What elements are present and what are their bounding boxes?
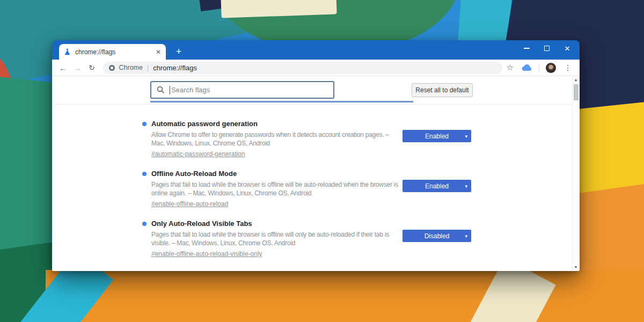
flag-bullet-icon [142, 122, 147, 126]
chevron-down-icon: ▾ [465, 134, 467, 139]
scrollbar[interactable]: ▲ ▼ [572, 76, 579, 270]
bookmark-star-icon[interactable]: ☆ [502, 63, 518, 72]
flag-description: Pages that fail to load while the browse… [151, 230, 401, 247]
flags-list: Automatic password generation Allow Chro… [52, 105, 580, 271]
maximize-icon [544, 46, 550, 51]
flag-title: Automatic password generation [151, 120, 401, 128]
flask-icon [64, 48, 71, 55]
back-button[interactable]: ← [56, 63, 70, 72]
url-separator: | [147, 64, 149, 71]
flag-dropdown-value: Enabled [425, 182, 449, 190]
search-input[interactable]: Search flags [150, 81, 334, 99]
flag-description: Allow Chrome to offer to generate passwo… [151, 130, 401, 148]
minimize-button[interactable] [516, 40, 537, 56]
forward-button[interactable]: → [70, 63, 85, 72]
menu-dots-icon[interactable]: ⋮ [560, 63, 576, 72]
toolbar-right: ☆ ⋮ [502, 63, 576, 73]
flag-text: Only Auto-Reload Visible Tabs Pages that… [151, 219, 401, 258]
flags-page: Search flags Reset all to default Automa… [52, 76, 580, 271]
flag-bullet-icon [142, 222, 147, 226]
search-icon [157, 86, 165, 94]
reload-button[interactable]: ↻ [85, 63, 99, 72]
wallpaper-orange-bottom [46, 270, 644, 322]
flag-dropdown-value: Enabled [425, 133, 449, 140]
flag-permalink[interactable]: #enable-offline-auto-reload [151, 200, 228, 208]
tab-title: chrome://flags [75, 48, 156, 56]
window-controls: ✕ [516, 40, 577, 56]
flag-row: Automatic password generation Allow Chro… [142, 120, 471, 158]
profile-avatar[interactable] [546, 63, 556, 73]
flag-dropdown-value: Disabled [425, 232, 450, 240]
flag-permalink[interactable]: #enable-offline-auto-reload-visible-only [151, 250, 262, 258]
text-caret [170, 86, 170, 94]
titlebar: chrome://flags ✕ + ✕ [52, 40, 580, 60]
tab-chrome-flags[interactable]: chrome://flags ✕ [59, 44, 166, 60]
flag-row: Offline Auto-Reload Mode Pages that fail… [142, 170, 471, 208]
chevron-down-icon: ▾ [465, 233, 467, 239]
flag-text: Offline Auto-Reload Mode Pages that fail… [151, 170, 401, 208]
close-button[interactable]: ✕ [557, 40, 577, 56]
tab-close-icon[interactable]: ✕ [156, 49, 161, 55]
scrollbar-up-icon[interactable]: ▲ [574, 76, 578, 83]
chevron-down-icon: ▾ [465, 184, 467, 189]
toolbar-divider [539, 63, 539, 72]
flag-row: Only Auto-Reload Visible Tabs Pages that… [142, 219, 471, 258]
site-label: Chrome [119, 64, 143, 71]
flag-dropdown[interactable]: Enabled ▾ [402, 180, 471, 192]
address-bar[interactable]: Chrome | chrome://flags [103, 62, 502, 74]
flag-title: Offline Auto-Reload Mode [151, 170, 401, 178]
flag-permalink[interactable]: #automatic-password-generation [151, 150, 245, 158]
reset-all-button[interactable]: Reset all to default [412, 83, 473, 97]
search-placeholder: Search flags [171, 86, 210, 94]
available-tab-indicator [150, 101, 413, 103]
maximize-button[interactable] [537, 40, 557, 56]
minimize-icon [524, 48, 530, 49]
desktop: chrome://flags ✕ + ✕ ← → ↻ Chrome | chro… [0, 0, 644, 322]
flag-bullet-icon [142, 172, 147, 176]
close-icon: ✕ [565, 45, 570, 52]
new-tab-button[interactable]: + [172, 45, 186, 58]
browser-window: chrome://flags ✕ + ✕ ← → ↻ Chrome | chro… [52, 40, 580, 271]
url-text: chrome://flags [153, 64, 197, 72]
chrome-badge-icon [109, 65, 115, 71]
flag-dropdown[interactable]: Disabled ▾ [402, 230, 471, 242]
flag-title: Only Auto-Reload Visible Tabs [151, 219, 401, 228]
browser-toolbar: ← → ↻ Chrome | chrome://flags ☆ ⋮ [52, 60, 580, 76]
flag-text: Automatic password generation Allow Chro… [151, 120, 401, 158]
flag-description: Pages that fail to load while the browse… [151, 180, 401, 197]
cloud-sync-icon[interactable] [518, 64, 536, 71]
flag-dropdown[interactable]: Enabled ▾ [402, 130, 471, 142]
scrollbar-down-icon[interactable]: ▼ [574, 264, 578, 270]
scrollbar-thumb[interactable] [574, 84, 579, 100]
